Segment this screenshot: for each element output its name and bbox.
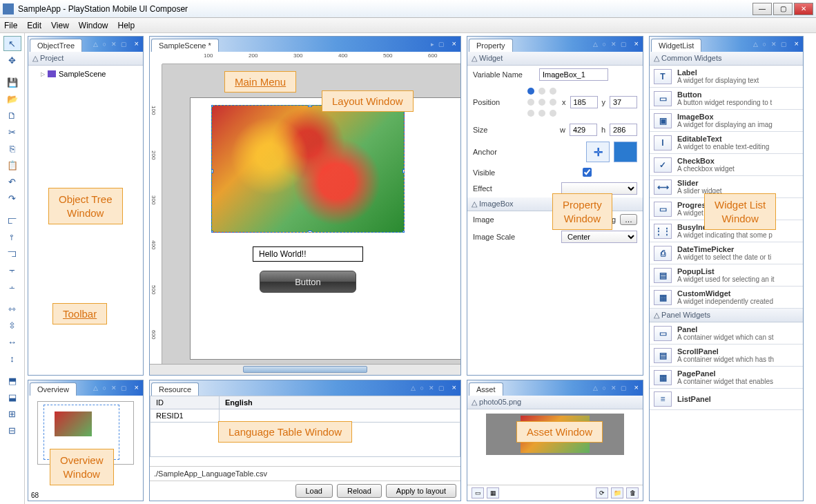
load-button[interactable]: Load (295, 484, 333, 498)
asset-delete-icon[interactable]: 🗑 (626, 487, 639, 498)
horizontal-scrollbar[interactable] (150, 364, 460, 375)
widgetlist-tab[interactable]: WidgetList (651, 39, 701, 52)
widget-icon: ⟷ (654, 180, 672, 195)
position-anchor-grid[interactable] (526, 86, 558, 118)
ungroup-icon[interactable]: ⊟ (3, 423, 21, 438)
align-left-icon[interactable]: ⫍ (3, 213, 21, 228)
widget-item-scrollpanel[interactable]: ▤ScrollPanelA container widget which has… (650, 345, 803, 367)
asset-view1-icon[interactable]: ▭ (472, 487, 484, 498)
image-browse-button[interactable]: … (620, 214, 637, 225)
new-icon[interactable]: 🗋 (3, 108, 21, 123)
layout-tab[interactable]: SampleScene * (151, 39, 219, 52)
move-tool-icon[interactable]: ✥ (3, 52, 21, 68)
varname-input[interactable] (539, 68, 608, 81)
widget-item-listpanel[interactable]: ≡ListPanel (650, 389, 803, 410)
copy-icon[interactable]: ⎘ (3, 141, 21, 156)
widget-item-popuplist[interactable]: ▤PopupListA widget used for selecting an… (650, 264, 803, 287)
asset-tab[interactable]: Asset (469, 382, 503, 396)
visible-checkbox[interactable] (583, 168, 592, 177)
close-button[interactable]: ✕ (794, 3, 813, 15)
asset-view2-icon[interactable]: ▦ (487, 487, 499, 498)
align-middle-icon[interactable]: ⫠ (3, 279, 21, 294)
minimize-button[interactable]: — (752, 3, 772, 15)
group-icon[interactable]: ⊞ (3, 406, 21, 421)
widget-icon: ▦ (654, 290, 672, 305)
callout-overview: Overview Window (50, 449, 114, 485)
menu-window[interactable]: Window (79, 21, 108, 30)
asset-add-icon[interactable]: 📁 (611, 487, 623, 498)
widget-item-customwidget[interactable]: ▦CustomWidgetA widget independently crea… (650, 287, 803, 309)
x-input[interactable] (570, 96, 598, 108)
visible-label: Visible (473, 168, 535, 177)
imagebox-widget[interactable] (211, 105, 405, 233)
widget-desc: A widget for displaying text (677, 77, 799, 84)
menu-view[interactable]: View (51, 21, 69, 30)
table-row[interactable]: RESID1 (150, 409, 460, 423)
h-input[interactable] (610, 124, 637, 136)
col-id[interactable]: ID (150, 396, 220, 409)
align-right-icon[interactable]: ⫎ (3, 246, 21, 261)
front-icon[interactable]: ⬒ (3, 373, 21, 388)
button-widget[interactable]: Button (260, 271, 356, 293)
window-title: SampleApp - PlayStation Mobile UI Compos… (18, 4, 752, 14)
widget-name: ImageBox (677, 113, 799, 121)
w-input[interactable] (570, 124, 597, 136)
widget-item-checkbox[interactable]: ✓CheckBoxA checkbox widget (650, 154, 803, 176)
scene-icon (48, 70, 56, 77)
object-tree-tab[interactable]: ObjectTree (30, 39, 82, 52)
paste-icon[interactable]: 📋 (3, 157, 21, 173)
anchor-preview-2[interactable] (614, 142, 637, 162)
pointer-tool-icon[interactable]: ↖ (3, 36, 21, 51)
overview-tab[interactable]: Overview (30, 382, 77, 396)
effect-label: Effect (473, 184, 535, 193)
widget-item-pagepanel[interactable]: ▦PagePanelA container widget that enable… (650, 367, 803, 389)
undo-icon[interactable]: ↶ (3, 174, 21, 189)
widget-item-imagebox[interactable]: ▣ImageBoxA widget for displaying an imag (650, 110, 803, 132)
redo-icon[interactable]: ↷ (3, 191, 21, 206)
align-top-icon[interactable]: ⫟ (3, 262, 21, 278)
ruler-horizontal: 100 200 300 400 500 600 700 (162, 52, 460, 64)
resource-tab[interactable]: Resource (151, 382, 199, 396)
panel-decoration-icon: △ ○ ✕ ▢ × (411, 383, 458, 391)
menu-help[interactable]: Help (118, 21, 135, 30)
widget-icon: ▭ (654, 91, 672, 106)
expand-icon[interactable]: ▷ (41, 71, 45, 77)
back-icon[interactable]: ⬓ (3, 389, 21, 405)
y-input[interactable] (610, 96, 637, 108)
same-height-icon[interactable]: ↕ (3, 351, 21, 366)
widget-item-panel[interactable]: ▭PanelA container widget which can st (650, 322, 803, 345)
distribute-v-icon[interactable]: ⇳ (3, 318, 21, 333)
widget-item-label[interactable]: TLabelA widget for displaying text (650, 66, 803, 88)
scene-surface[interactable]: Hello World!! Button (190, 97, 460, 360)
anchor-preview-1[interactable]: ✛ (586, 142, 610, 162)
callout-object-tree: Object Tree Window (48, 188, 123, 224)
widget-desc: A container widget which has th (677, 356, 799, 363)
menu-edit[interactable]: Edit (27, 21, 41, 30)
tree-item-samplescene[interactable]: ▷ SampleScene (32, 68, 139, 79)
imagescale-select[interactable]: Center (561, 231, 637, 243)
distribute-h-icon[interactable]: ⇿ (3, 301, 21, 316)
apply-layout-button[interactable]: Apply to layout (386, 484, 456, 498)
imagescale-label: Image Scale (473, 233, 535, 241)
save-icon[interactable]: 💾 (3, 75, 21, 90)
align-center-icon[interactable]: ⫯ (3, 229, 21, 244)
widget-desc: A checkbox widget (677, 165, 799, 173)
widget-name: Panel (677, 325, 799, 333)
widget-name: CheckBox (677, 157, 799, 165)
col-english[interactable]: English (220, 396, 460, 409)
menu-file[interactable]: File (4, 21, 17, 30)
open-icon[interactable]: 📂 (3, 91, 21, 106)
widget-icon: ✓ (654, 157, 672, 173)
text-widget[interactable]: Hello World!! (253, 246, 363, 262)
widget-item-datetimepicker[interactable]: ⎙DateTimePickerA widget to select the da… (650, 242, 803, 264)
property-tab[interactable]: Property (469, 39, 513, 52)
widget-item-editabletext[interactable]: IEditableTextA widget to enable text-edi… (650, 132, 803, 154)
widget-item-button[interactable]: ▭ButtonA button widget responding to t (650, 88, 803, 110)
asset-refresh-icon[interactable]: ⟳ (596, 487, 608, 498)
design-canvas[interactable]: Hello World!! Button (162, 64, 460, 364)
cut-icon[interactable]: ✂ (3, 124, 21, 139)
same-width-icon[interactable]: ↔ (3, 334, 21, 349)
maximize-button[interactable]: ▢ (773, 3, 793, 15)
widget-section-header: △ Widget (467, 52, 643, 66)
reload-button[interactable]: Reload (337, 484, 382, 498)
